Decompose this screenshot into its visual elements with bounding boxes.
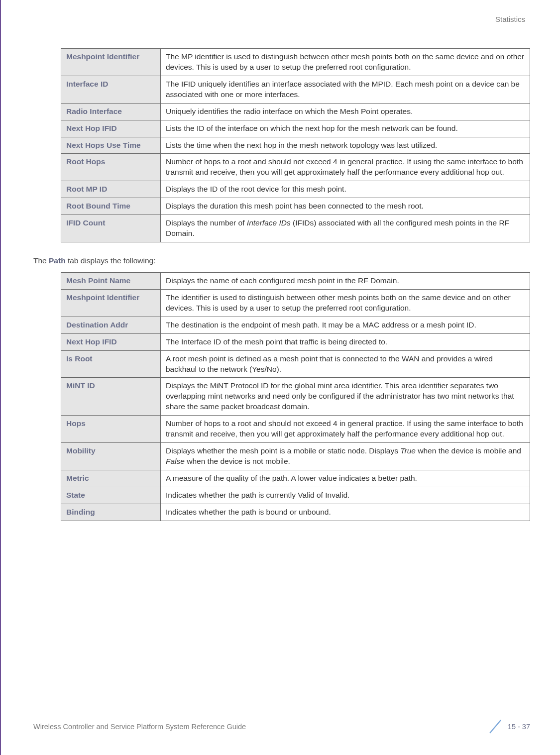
page-number: 15 - 37 — [508, 723, 530, 731]
row-desc: The destination is the endpoint of mesh … — [161, 317, 530, 333]
footer-page: 15 - 37 — [487, 718, 530, 735]
table-row: Meshpoint Identifier The identifier is u… — [61, 289, 530, 317]
text: when the device is not mobile. — [185, 457, 290, 465]
italic-text: Interface IDs — [247, 218, 291, 227]
table-row: Mesh Point Name Displays the name of eac… — [61, 272, 530, 289]
row-desc: Number of hops to a root and should not … — [161, 416, 530, 443]
row-desc: The MP identifier is used to distinguish… — [161, 49, 530, 76]
row-label: MiNT ID — [61, 378, 161, 416]
italic-text: False — [166, 457, 185, 465]
row-label: Meshpoint Identifier — [61, 289, 161, 317]
table-row: IFID Count Displays the number of Interf… — [61, 215, 530, 242]
slash-icon — [487, 718, 504, 735]
row-label: Metric — [61, 470, 161, 487]
row-label: Next Hop IFID — [61, 333, 161, 350]
row-desc: Indicates whether the path is currently … — [161, 487, 530, 504]
table-row: Radio Interface Uniquely identifies the … — [61, 103, 530, 120]
table-row: Next Hops Use Time Lists the time when t… — [61, 137, 530, 154]
row-desc: The identifier is used to distinguish be… — [161, 289, 530, 317]
row-label: Destination Addr — [61, 317, 161, 333]
page-footer: Wireless Controller and Service Platform… — [1, 718, 560, 735]
row-desc: Displays the MiNT Protocol ID for the gl… — [161, 378, 530, 416]
row-label: Meshpoint Identifier — [61, 49, 161, 76]
table-row: Interface ID The IFID uniquely identifie… — [61, 76, 530, 103]
row-desc: The IFID uniquely identifies an interfac… — [161, 76, 530, 103]
row-label: Is Root — [61, 350, 161, 378]
footer-title: Wireless Controller and Service Platform… — [33, 723, 246, 731]
row-desc: Displays the duration this mesh point ha… — [161, 198, 530, 215]
row-desc: A measure of the quality of the path. A … — [161, 470, 530, 487]
row-desc: Uniquely identifies the radio interface … — [161, 103, 530, 120]
row-desc: The Interface ID of the mesh point that … — [161, 333, 530, 350]
row-desc: Number of hops to a root and should not … — [161, 154, 530, 181]
paragraph-path: The Path tab displays the following: — [33, 256, 530, 265]
row-desc: Displays the ID of the root device for t… — [161, 181, 530, 198]
table-device-general: Meshpoint Identifier The MP identifier i… — [61, 48, 530, 242]
row-desc: Displays the name of each configured mes… — [161, 272, 530, 289]
table-row: Is Root A root mesh point is defined as … — [61, 350, 530, 378]
row-label: Mobility — [61, 443, 161, 470]
row-label: Hops — [61, 416, 161, 443]
table-row: Next Hop IFID Lists the ID of the interf… — [61, 120, 530, 137]
table-row: Root Bound Time Displays the duration th… — [61, 198, 530, 215]
table-row: MiNT ID Displays the MiNT Protocol ID fo… — [61, 378, 530, 416]
table-row: Root MP ID Displays the ID of the root d… — [61, 181, 530, 198]
svg-line-0 — [490, 720, 501, 733]
table-row: Next Hop IFID The Interface ID of the me… — [61, 333, 530, 350]
table-path: Mesh Point Name Displays the name of eac… — [61, 272, 530, 521]
row-desc: Lists the ID of the interface on which t… — [161, 120, 530, 137]
text: Displays whether the mesh point is a mob… — [166, 446, 400, 455]
header-section: Statistics — [33, 0, 530, 48]
page: Statistics Meshpoint Identifier The MP i… — [0, 0, 560, 755]
table-row: Binding Indicates whether the path is bo… — [61, 504, 530, 521]
row-label: Mesh Point Name — [61, 272, 161, 289]
row-desc: Displays the number of Interface IDs (IF… — [161, 215, 530, 242]
row-desc: Displays whether the mesh point is a mob… — [161, 443, 530, 470]
bold-text: Path — [49, 256, 66, 265]
row-label: Root Bound Time — [61, 198, 161, 215]
row-label: State — [61, 487, 161, 504]
table-row: Meshpoint Identifier The MP identifier i… — [61, 49, 530, 76]
row-label: Root Hops — [61, 154, 161, 181]
table-row: Metric A measure of the quality of the p… — [61, 470, 530, 487]
row-label: Interface ID — [61, 76, 161, 103]
table-row: Hops Number of hops to a root and should… — [61, 416, 530, 443]
row-label: Next Hop IFID — [61, 120, 161, 137]
row-desc: A root mesh point is defined as a mesh p… — [161, 350, 530, 378]
text: The — [33, 256, 49, 265]
row-desc: Indicates whether the path is bound or u… — [161, 504, 530, 521]
table-row: Destination Addr The destination is the … — [61, 317, 530, 333]
table-row: State Indicates whether the path is curr… — [61, 487, 530, 504]
italic-text: True — [400, 446, 416, 455]
text: when the device is mobile and — [416, 446, 521, 455]
table-row: Root Hops Number of hops to a root and s… — [61, 154, 530, 181]
text: Displays the number of — [166, 218, 247, 227]
row-label: Next Hops Use Time — [61, 137, 161, 154]
row-label: Binding — [61, 504, 161, 521]
row-label: Root MP ID — [61, 181, 161, 198]
row-label: IFID Count — [61, 215, 161, 242]
text: tab displays the following: — [66, 256, 156, 265]
row-desc: Lists the time when the next hop in the … — [161, 137, 530, 154]
table-row: Mobility Displays whether the mesh point… — [61, 443, 530, 470]
row-label: Radio Interface — [61, 103, 161, 120]
